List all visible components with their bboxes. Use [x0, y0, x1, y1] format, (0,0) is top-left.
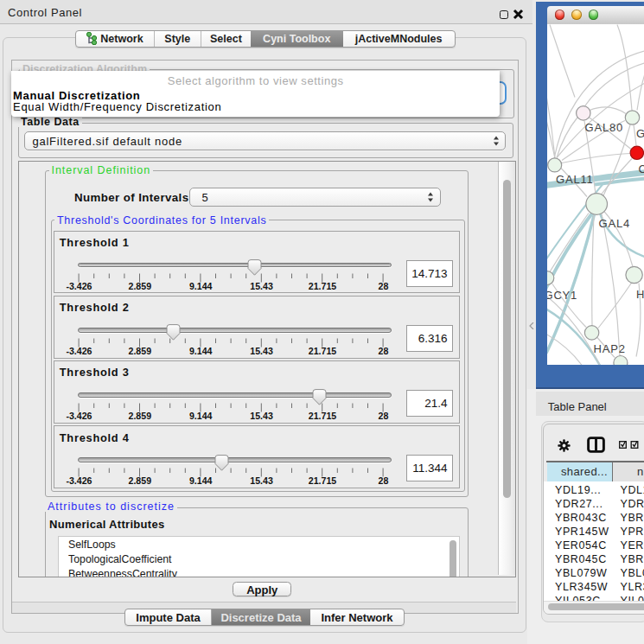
svg-text:GAL11: GAL11: [556, 172, 594, 185]
svg-text:GCY1: GCY1: [547, 289, 577, 302]
svg-text:GAL4: GAL4: [599, 216, 630, 229]
svg-text:CY: CY: [639, 162, 644, 175]
svg-text:HAP2: HAP2: [594, 341, 626, 354]
svg-text:GAL2: GAL2: [636, 126, 644, 139]
svg-text:GAL80: GAL80: [585, 120, 623, 133]
svg-text:HI: HI: [636, 287, 644, 300]
